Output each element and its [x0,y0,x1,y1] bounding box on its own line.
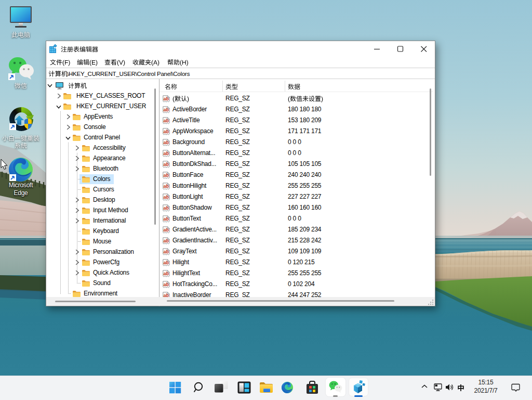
svg-text:ab: ab [164,129,169,134]
svg-text:ab: ab [164,205,169,211]
svg-text:ab: ab [164,227,169,233]
svg-text:ab: ab [164,195,169,200]
svg-text:ab: ab [164,140,169,145]
svg-text:ab: ab [164,107,169,112]
svg-text:ab: ab [164,151,169,156]
svg-text:ab: ab [164,238,169,243]
svg-text:ab: ab [164,173,169,178]
svg-text:ab: ab [164,96,169,101]
svg-text:ab: ab [164,118,169,123]
svg-text:ab: ab [164,260,169,265]
svg-text:ab: ab [164,271,169,276]
svg-text:ab: ab [164,216,169,222]
svg-text:ab: ab [164,249,169,254]
svg-text:ab: ab [164,162,169,167]
svg-text:ab: ab [164,184,169,189]
svg-text:ab: ab [164,282,169,287]
